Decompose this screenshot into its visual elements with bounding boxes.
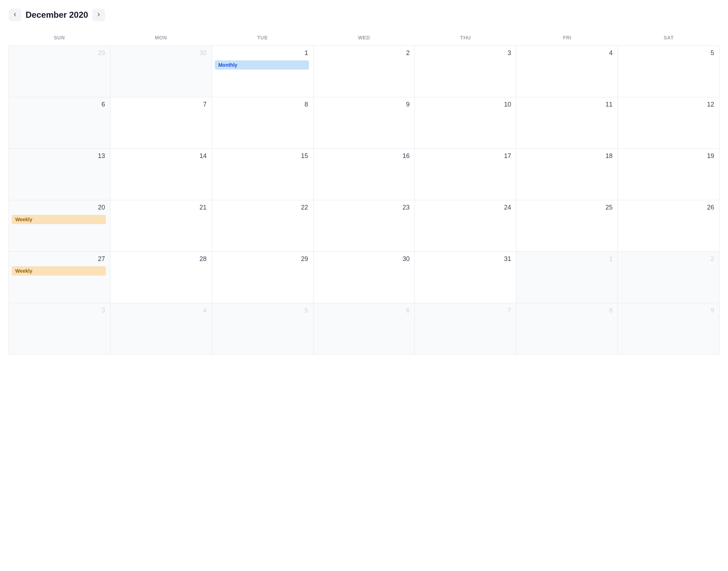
day-number: 28 bbox=[113, 255, 207, 263]
calendar-cell[interactable]: 28 bbox=[110, 252, 212, 303]
calendar-cell[interactable]: 22 bbox=[212, 200, 314, 252]
day-number: 9 bbox=[621, 307, 715, 314]
calendar-cell[interactable]: 21 bbox=[110, 200, 212, 252]
calendar-cell[interactable]: 11 bbox=[516, 97, 618, 149]
calendar-cell[interactable]: 2 bbox=[618, 252, 719, 303]
day-number: 5 bbox=[621, 49, 715, 57]
day-number: 1 bbox=[215, 49, 309, 57]
calendar-cell[interactable]: 12 bbox=[618, 97, 719, 149]
day-number: 1 bbox=[519, 255, 613, 263]
calendar-cell[interactable]: 3 bbox=[415, 46, 516, 97]
weekday-label: MON bbox=[110, 31, 212, 45]
calendar-cell[interactable]: 29 bbox=[9, 46, 110, 97]
calendar-cell[interactable]: 19 bbox=[618, 149, 719, 200]
calendar-cell[interactable]: 27Weekly bbox=[9, 252, 110, 303]
day-number: 4 bbox=[519, 49, 613, 57]
day-number: 3 bbox=[12, 307, 106, 314]
weekday-row: SUNMONTUEWEDTHUFRISAT bbox=[9, 31, 719, 45]
day-number: 13 bbox=[12, 152, 106, 160]
day-number: 2 bbox=[621, 255, 715, 263]
day-number: 14 bbox=[113, 152, 207, 160]
calendar-cell[interactable]: 15 bbox=[212, 149, 314, 200]
month-year-title: December 2020 bbox=[26, 10, 88, 20]
calendar-cell[interactable]: 25 bbox=[516, 200, 618, 252]
calendar-cell[interactable]: 23 bbox=[314, 200, 415, 252]
weekday-label: TUE bbox=[212, 31, 313, 45]
calendar-cell[interactable]: 6 bbox=[9, 97, 110, 149]
day-number: 27 bbox=[12, 255, 106, 263]
calendar-cell[interactable]: 29 bbox=[212, 252, 314, 303]
day-number: 6 bbox=[316, 307, 411, 314]
calendar-cell[interactable]: 30 bbox=[314, 252, 415, 303]
day-number: 22 bbox=[215, 204, 309, 211]
calendar-cell[interactable]: 4 bbox=[516, 46, 618, 97]
day-number: 5 bbox=[215, 307, 309, 314]
calendar-grid: 29301Monthly2345678910111213141516171819… bbox=[9, 45, 719, 355]
calendar-cell[interactable]: 16 bbox=[314, 149, 415, 200]
day-number: 2 bbox=[316, 49, 411, 57]
weekday-label: SUN bbox=[9, 31, 110, 45]
calendar-cell[interactable]: 3 bbox=[9, 303, 110, 355]
day-number: 26 bbox=[621, 204, 715, 211]
day-number: 20 bbox=[12, 204, 106, 211]
calendar-cell[interactable]: 7 bbox=[415, 303, 516, 355]
day-number: 29 bbox=[12, 49, 106, 57]
calendar-cell[interactable]: 30 bbox=[110, 46, 212, 97]
calendar-cell[interactable]: 5 bbox=[618, 46, 719, 97]
calendar-event[interactable]: Weekly bbox=[12, 266, 106, 276]
day-number: 19 bbox=[621, 152, 715, 160]
day-number: 15 bbox=[215, 152, 309, 160]
day-number: 12 bbox=[621, 101, 715, 108]
day-number: 31 bbox=[418, 255, 512, 263]
day-number: 7 bbox=[113, 101, 207, 108]
day-number: 16 bbox=[316, 152, 411, 160]
day-number: 10 bbox=[418, 101, 512, 108]
calendar-cell[interactable]: 9 bbox=[618, 303, 719, 355]
day-number: 23 bbox=[316, 204, 411, 211]
chevron-left-icon bbox=[12, 12, 18, 18]
day-number: 25 bbox=[519, 204, 613, 211]
calendar-cell[interactable]: 2 bbox=[314, 46, 415, 97]
calendar-cell[interactable]: 20Weekly bbox=[9, 200, 110, 252]
calendar-cell[interactable]: 8 bbox=[516, 303, 618, 355]
calendar-cell[interactable]: 31 bbox=[415, 252, 516, 303]
weekday-label: THU bbox=[415, 31, 516, 45]
calendar-event[interactable]: Monthly bbox=[215, 60, 309, 70]
calendar-cell[interactable]: 1 bbox=[516, 252, 618, 303]
calendar-cell[interactable]: 10 bbox=[415, 97, 516, 149]
calendar-cell[interactable]: 7 bbox=[110, 97, 212, 149]
day-number: 8 bbox=[519, 307, 613, 314]
day-number: 30 bbox=[316, 255, 411, 263]
calendar-cell[interactable]: 5 bbox=[212, 303, 314, 355]
day-number: 9 bbox=[316, 101, 411, 108]
calendar-cell[interactable]: 14 bbox=[110, 149, 212, 200]
calendar: SUNMONTUEWEDTHUFRISAT 29301Monthly234567… bbox=[9, 31, 719, 355]
day-number: 4 bbox=[113, 307, 207, 314]
calendar-cell[interactable]: 18 bbox=[516, 149, 618, 200]
calendar-cell[interactable]: 1Monthly bbox=[212, 46, 314, 97]
day-number: 11 bbox=[519, 101, 613, 108]
calendar-event[interactable]: Weekly bbox=[12, 215, 106, 224]
calendar-cell[interactable]: 9 bbox=[314, 97, 415, 149]
calendar-cell[interactable]: 13 bbox=[9, 149, 110, 200]
calendar-cell[interactable]: 4 bbox=[110, 303, 212, 355]
day-number: 30 bbox=[113, 49, 207, 57]
day-number: 3 bbox=[418, 49, 512, 57]
day-number: 17 bbox=[418, 152, 512, 160]
weekday-label: FRI bbox=[516, 31, 618, 45]
calendar-cell[interactable]: 26 bbox=[618, 200, 719, 252]
weekday-label: WED bbox=[313, 31, 415, 45]
calendar-header: December 2020 bbox=[9, 9, 719, 21]
calendar-cell[interactable]: 6 bbox=[314, 303, 415, 355]
day-number: 6 bbox=[12, 101, 106, 108]
chevron-right-icon bbox=[96, 12, 102, 18]
calendar-cell[interactable]: 24 bbox=[415, 200, 516, 252]
day-number: 7 bbox=[418, 307, 512, 314]
prev-month-button[interactable] bbox=[9, 9, 21, 21]
calendar-cell[interactable]: 8 bbox=[212, 97, 314, 149]
day-number: 18 bbox=[519, 152, 613, 160]
next-month-button[interactable] bbox=[92, 9, 105, 21]
calendar-cell[interactable]: 17 bbox=[415, 149, 516, 200]
day-number: 24 bbox=[418, 204, 512, 211]
weekday-label: SAT bbox=[618, 31, 719, 45]
